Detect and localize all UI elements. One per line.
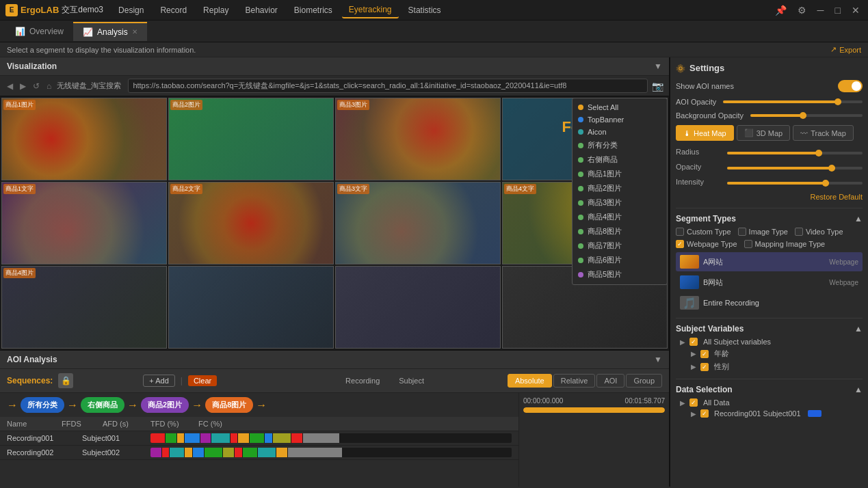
add-button[interactable]: + Add — [143, 375, 174, 387]
age-var-item[interactable]: ▶ 年龄 — [676, 347, 863, 360]
mapping-image-type-cb[interactable] — [744, 240, 752, 248]
tree-expand-all-subj[interactable]: ▶ — [679, 338, 687, 346]
video-type-cb[interactable] — [795, 228, 803, 236]
all-data-cb[interactable] — [689, 398, 698, 407]
aoi-topbanner[interactable]: TopBanner — [573, 113, 667, 126]
collapse-data-sel-icon[interactable]: ▲ — [854, 385, 863, 394]
aoi-select-all[interactable]: Select All — [573, 101, 667, 113]
3d-map-tab[interactable]: ⬛ 3D Map — [737, 125, 791, 141]
settings-icon[interactable]: ⚙ — [795, 3, 809, 17]
nav-refresh-icon[interactable]: ↺ — [31, 80, 41, 92]
rec-item-b[interactable]: B网站 Webpage — [676, 273, 863, 292]
show-aoi-names-toggle[interactable] — [838, 80, 863, 92]
gender-var-cb[interactable] — [700, 363, 709, 371]
close-icon[interactable]: ✕ — [849, 3, 863, 17]
seq-tag-rightproduct[interactable]: 右侧商品 — [81, 397, 124, 413]
all-data-item[interactable]: ▶ All Data — [676, 397, 863, 408]
tree-expand-gender[interactable]: ▶ — [689, 363, 698, 371]
menu-replay[interactable]: Replay — [196, 3, 235, 18]
menu-eyetracking[interactable]: Eyetracking — [342, 2, 399, 18]
tree-expand-rec001[interactable]: ▶ — [689, 409, 698, 418]
aoi-p3img[interactable]: 商品3图片 — [573, 195, 667, 210]
rec001-subj001-item[interactable]: ▶ Recording001 Subject001 — [676, 408, 863, 419]
browser-url[interactable]: https://s.taobao.com/search?q=无线键盘&imgfi… — [128, 79, 648, 93]
minimize-icon[interactable]: ─ — [815, 3, 827, 17]
seq-tag-p8img[interactable]: 商品8图片 — [205, 397, 253, 413]
sound-icon: 🎵 — [683, 297, 696, 310]
nav-forward-icon[interactable]: ▶ — [18, 80, 27, 92]
bg-opacity-slider[interactable] — [750, 114, 863, 117]
custom-type-cb[interactable] — [676, 228, 684, 236]
clear-button[interactable]: Clear — [188, 375, 217, 386]
collapse-viz-icon[interactable]: ▼ — [654, 62, 662, 71]
all-subject-vars-label: All Subject variables — [703, 338, 771, 346]
tab-close-icon[interactable]: ✕ — [132, 28, 137, 36]
aoi-aicon[interactable]: Aicon — [573, 126, 667, 138]
export-button[interactable]: ↗ Export — [830, 45, 861, 54]
sequence-end-arrow: → — [256, 399, 267, 411]
aoi-p8img[interactable]: 商品8图片 — [573, 224, 667, 239]
group-mode-btn[interactable]: Group — [626, 374, 662, 388]
tree-expand-all-data[interactable]: ▶ — [679, 398, 687, 407]
aoi-p1img[interactable]: 商品1图片 — [573, 167, 667, 181]
video-type-item[interactable]: Video Type — [795, 228, 843, 236]
webpage-type-item[interactable]: Webpage Type — [676, 240, 737, 248]
rec-item-entire[interactable]: 🎵 Entire Recording — [676, 293, 863, 312]
tab-analysis[interactable]: 📈 Analysis ✕ — [73, 22, 147, 41]
image-type-cb[interactable] — [738, 228, 746, 236]
collapse-aoi-icon[interactable]: ▼ — [654, 355, 662, 364]
recording-row-1[interactable]: Recording001 Subject001 — [0, 431, 518, 446]
aoi-mode-btn[interactable]: AOI — [596, 374, 624, 388]
image-type-item[interactable]: Image Type — [738, 228, 788, 236]
timeline-progress[interactable] — [523, 407, 665, 413]
mapping-image-type-item[interactable]: Mapping Image Type — [744, 240, 826, 248]
webpage-type-cb[interactable] — [676, 240, 684, 248]
map-tabs: 🌡 Heat Map ⬛ 3D Map 〰 Track Map — [676, 125, 863, 141]
relative-mode-btn[interactable]: Relative — [553, 374, 596, 388]
menu-design[interactable]: Design — [111, 3, 150, 18]
aoi-opacity-slider[interactable] — [723, 100, 863, 103]
nav-back-icon[interactable]: ◀ — [5, 80, 14, 92]
menu-biometrics[interactable]: Biometrics — [287, 3, 339, 18]
segment-types-checkboxes: Custom Type Image Type Video Type — [676, 228, 863, 236]
rec001-subj001-cb[interactable] — [700, 409, 709, 418]
main-layout: Visualization ▼ ◀ ▶ ↺ ⌂ 无线键盘_淘宝搜索 https:… — [0, 57, 868, 487]
track-map-tab[interactable]: 〰 Track Map — [793, 125, 854, 141]
all-subject-vars-item[interactable]: ▶ All Subject variables — [676, 336, 863, 347]
maximize-icon[interactable]: □ — [832, 3, 843, 17]
age-var-cb[interactable] — [700, 350, 709, 358]
nav-home-icon[interactable]: ⌂ — [45, 80, 53, 92]
seq-tag-allcat[interactable]: 所有分类 — [21, 397, 64, 413]
recording-row-2[interactable]: Recording002 Subject002 — [0, 446, 518, 460]
lock-button[interactable]: 🔒 — [58, 373, 73, 388]
pin-icon[interactable]: 📌 — [772, 3, 789, 17]
custom-type-item[interactable]: Custom Type — [676, 228, 731, 236]
aoi-dot-p6img — [578, 258, 583, 263]
menu-statistics[interactable]: Statistics — [402, 3, 448, 18]
aoi-p6img[interactable]: 商品6图片 — [573, 253, 667, 267]
seq-tag-p2img[interactable]: 商品2图片 — [141, 397, 189, 413]
collapse-subj-icon[interactable]: ▲ — [854, 324, 863, 334]
aoi-p7img[interactable]: 商品7图片 — [573, 239, 667, 253]
3d-map-label: 3D Map — [757, 129, 783, 137]
gender-var-item[interactable]: ▶ 性别 — [676, 360, 863, 373]
aoi-p4img[interactable]: 商品4图片 — [573, 210, 667, 224]
screenshot-icon[interactable]: 📷 — [652, 81, 663, 92]
menu-behavior[interactable]: Behavior — [238, 3, 284, 18]
all-subject-vars-cb[interactable] — [689, 338, 698, 346]
absolute-mode-btn[interactable]: Absolute — [508, 374, 552, 388]
collapse-seg-icon[interactable]: ▲ — [854, 214, 863, 223]
tree-expand-age[interactable]: ▶ — [689, 350, 698, 358]
rec-item-a[interactable]: A网站 Webpage — [676, 252, 863, 271]
opacity-slider[interactable] — [727, 167, 863, 170]
aoi-p5img[interactable]: 商品5图片 — [573, 267, 667, 282]
restore-default-btn[interactable]: Restore Default — [676, 193, 863, 201]
aoi-allcat[interactable]: 所有分类 — [573, 138, 667, 152]
aoi-rightproduct[interactable]: 右侧商品 — [573, 152, 667, 167]
heat-map-tab[interactable]: 🌡 Heat Map — [676, 125, 734, 141]
menu-record[interactable]: Record — [153, 3, 194, 18]
tab-overview[interactable]: 📊 Overview — [5, 23, 73, 40]
radius-slider[interactable] — [727, 152, 863, 154]
intensity-slider[interactable] — [727, 182, 863, 185]
aoi-p2img[interactable]: 商品2图片 — [573, 181, 667, 195]
